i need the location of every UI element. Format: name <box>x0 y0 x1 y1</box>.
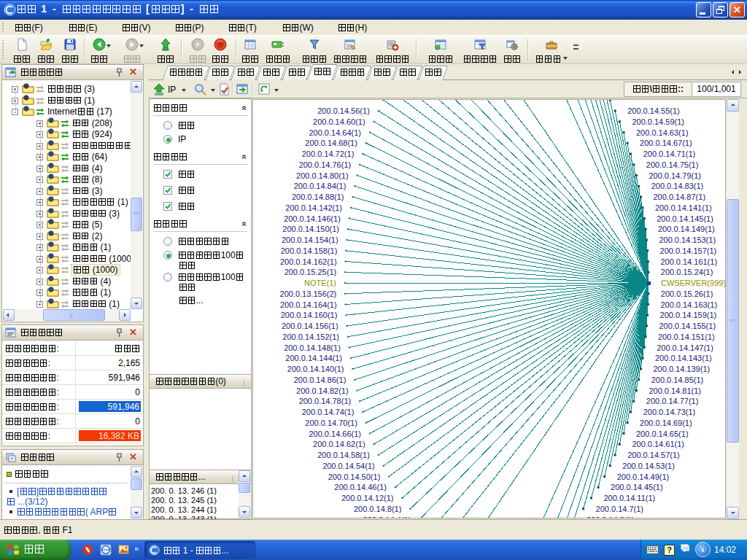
svg-text:200.0.14.162(1): 200.0.14.162(1) <box>280 257 337 266</box>
svg-text:NOTE(1): NOTE(1) <box>304 279 336 287</box>
svg-text:200.0.14.139(1): 200.0.14.139(1) <box>654 365 711 373</box>
svg-text:200.0.14.77(1): 200.0.14.77(1) <box>646 397 699 405</box>
svg-text:200.0.14.145(1): 200.0.14.145(1) <box>657 214 713 223</box>
svg-text:200.0.14.151(1): 200.0.14.151(1) <box>658 332 715 341</box>
svg-text:200.0.14.68(1): 200.0.14.68(1) <box>305 139 357 147</box>
svg-text:200.0.14.8(1): 200.0.14.8(1) <box>354 505 401 513</box>
svg-text:200.0.14.69(1): 200.0.14.69(1) <box>640 419 692 427</box>
svg-text:200.0.14.159(1): 200.0.14.159(1) <box>660 311 717 319</box>
svg-text:200.0.14.53(1): 200.0.14.53(1) <box>622 462 675 470</box>
svg-text:200.0.14.50(1): 200.0.14.50(1) <box>328 472 381 481</box>
svg-text:200.0.14.154(1): 200.0.14.154(1) <box>282 236 338 244</box>
svg-text:200.0.14.55(1): 200.0.14.55(1) <box>627 106 680 115</box>
svg-text:200.0.14.160(1): 200.0.14.160(1) <box>281 311 338 319</box>
svg-text:200.0.14.57(1): 200.0.14.57(1) <box>627 451 680 459</box>
svg-text:200.0.14.85(1): 200.0.14.85(1) <box>651 376 704 384</box>
svg-text:200.0.15.24(1): 200.0.15.24(1) <box>661 268 713 276</box>
svg-text:200.0.14.73(1): 200.0.14.73(1) <box>643 408 696 416</box>
svg-text:200.0.14.60(1): 200.0.14.60(1) <box>313 117 365 126</box>
svg-text:200.0.14.63(1): 200.0.14.63(1) <box>636 128 689 137</box>
svg-text:200.0.14.75(1): 200.0.14.75(1) <box>646 160 699 169</box>
svg-text:200.0.14.140(1): 200.0.14.140(1) <box>287 365 344 373</box>
svg-text:200.0.14.72(1): 200.0.14.72(1) <box>302 149 355 158</box>
svg-text:200.0.14.149(1): 200.0.14.149(1) <box>658 225 715 233</box>
svg-text:200.0.14.79(1): 200.0.14.79(1) <box>649 171 701 180</box>
svg-text:200.0.14.163(1): 200.0.14.163(1) <box>660 300 717 309</box>
svg-text:200.0.14.164(1): 200.0.14.164(1) <box>280 300 337 309</box>
svg-text:200.0.14.150(1): 200.0.14.150(1) <box>282 225 339 233</box>
svg-text:200.0.14.141(1): 200.0.14.141(1) <box>655 203 712 212</box>
svg-text:200.0.14.11(1): 200.0.14.11(1) <box>604 494 656 502</box>
svg-text:200.0.14.153(1): 200.0.14.153(1) <box>659 236 716 244</box>
svg-text:200.0.14.146(1): 200.0.14.146(1) <box>284 214 341 223</box>
svg-text:200.0.14.80(1): 200.0.14.80(1) <box>296 171 349 180</box>
svg-text:200.0.14.86(1): 200.0.14.86(1) <box>294 376 347 384</box>
svg-text:200.0.14.157(1): 200.0.14.157(1) <box>660 246 717 255</box>
svg-text:200.0.14.12(1): 200.0.14.12(1) <box>341 494 394 502</box>
svg-text:200.0.14.143(1): 200.0.14.143(1) <box>655 354 712 362</box>
svg-text:200.0.14.88(1): 200.0.14.88(1) <box>292 192 344 201</box>
svg-text:200.0.14.142(1): 200.0.14.142(1) <box>285 203 342 212</box>
svg-text:200.0.14.71(1): 200.0.14.71(1) <box>643 149 696 158</box>
svg-text:200.0.14.62(1): 200.0.14.62(1) <box>313 440 365 448</box>
svg-text:200.0.14.46(1): 200.0.14.46(1) <box>334 483 387 491</box>
svg-text:200.0.14.84(1): 200.0.14.84(1) <box>294 182 347 190</box>
svg-text:200.0.14.59(1): 200.0.14.59(1) <box>632 117 684 126</box>
svg-text:200.0.15.26(1): 200.0.15.26(1) <box>661 289 713 298</box>
svg-text:200.0.14.161(1): 200.0.14.161(1) <box>660 257 717 266</box>
svg-text:200.0.14.82(1): 200.0.14.82(1) <box>296 386 349 395</box>
svg-text:200.0.14.58(1): 200.0.14.58(1) <box>317 451 370 459</box>
svg-text:200.0.14.155(1): 200.0.14.155(1) <box>659 322 716 330</box>
svg-text:200.0.14.81(1): 200.0.14.81(1) <box>649 386 701 395</box>
svg-text:200.0.14.4(1): 200.0.14.4(1) <box>363 516 411 519</box>
svg-text:200.0.14.74(1): 200.0.14.74(1) <box>302 408 355 416</box>
svg-text:200.0.14.7(1): 200.0.14.7(1) <box>596 505 643 513</box>
svg-text:200.0.14.76(1): 200.0.14.76(1) <box>299 160 352 169</box>
svg-text:200.0.15.25(1): 200.0.15.25(1) <box>285 268 337 276</box>
svg-text:200.0.13.156(2): 200.0.13.156(2) <box>280 289 337 298</box>
svg-text:200.0.14.156(1): 200.0.14.156(1) <box>282 322 338 330</box>
svg-text:?: ? <box>667 545 672 554</box>
svg-text:200.0.14.64(1): 200.0.14.64(1) <box>309 128 361 137</box>
svg-text:200.0.14.54(1): 200.0.14.54(1) <box>322 462 375 470</box>
svg-text:200.0.14.152(1): 200.0.14.152(1) <box>282 332 339 341</box>
svg-text:CWSERVER(999): CWSERVER(999) <box>661 279 726 287</box>
svg-text:200.0.14.148(1): 200.0.14.148(1) <box>284 343 341 352</box>
svg-text:200.0.14.144(1): 200.0.14.144(1) <box>285 354 342 362</box>
svg-text:200.0.14.83(1): 200.0.14.83(1) <box>651 182 704 190</box>
svg-text:200.0.14.78(1): 200.0.14.78(1) <box>299 397 352 405</box>
svg-text:200.0.14.66(1): 200.0.14.66(1) <box>309 429 361 438</box>
svg-text:200.0.14.3(1): 200.0.14.3(1) <box>587 516 634 519</box>
svg-text:200.0.14.49(1): 200.0.14.49(1) <box>617 472 670 481</box>
svg-text:200.0.14.147(1): 200.0.14.147(1) <box>657 343 713 352</box>
svg-text:200.0.14.67(1): 200.0.14.67(1) <box>640 139 692 147</box>
svg-text:200.0.14.56(1): 200.0.14.56(1) <box>317 106 370 115</box>
svg-text:200.0.14.61(1): 200.0.14.61(1) <box>632 440 684 448</box>
svg-text:200.0.14.70(1): 200.0.14.70(1) <box>305 419 357 427</box>
svg-text:200.0.14.87(1): 200.0.14.87(1) <box>654 192 706 201</box>
svg-text:200.0.14.45(1): 200.0.14.45(1) <box>611 483 663 491</box>
svg-text:200.0.14.158(1): 200.0.14.158(1) <box>281 246 338 255</box>
svg-text:200.0.14.65(1): 200.0.14.65(1) <box>636 429 689 438</box>
